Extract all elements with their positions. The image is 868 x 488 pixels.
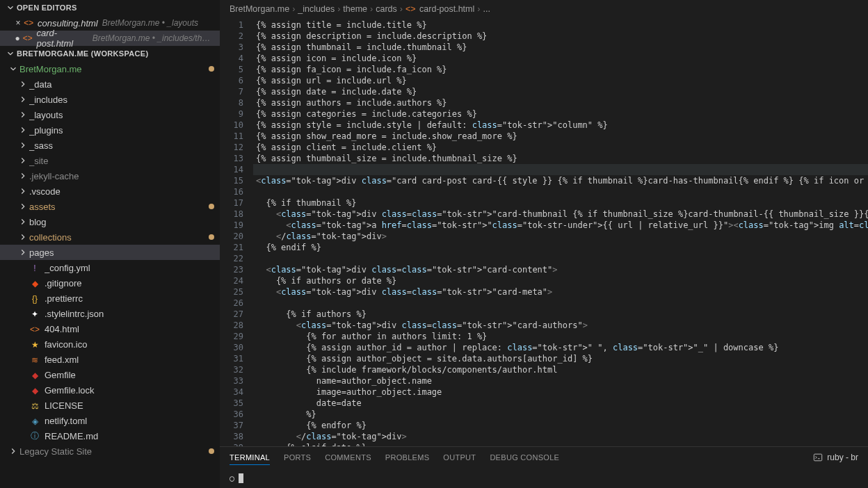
panel-tab-problems[interactable]: PROBLEMS bbox=[385, 453, 430, 462]
code-line[interactable]: <class="tok-tag">div class=class="tok-st… bbox=[253, 264, 868, 275]
code-line[interactable]: {% assign categories = include.categorie… bbox=[253, 108, 868, 120]
tree-folder[interactable]: assets bbox=[0, 199, 220, 214]
code-line[interactable]: {% assign show_read_more = include.show_… bbox=[253, 131, 868, 142]
terminal-body[interactable]: ○ bbox=[220, 468, 868, 488]
tree-item-label: _site bbox=[29, 156, 214, 166]
tree-file[interactable]: ★ favicon.ico bbox=[0, 336, 220, 352]
terminal-prompt-symbol: ○ bbox=[230, 473, 234, 483]
tree-folder[interactable]: collections bbox=[0, 229, 220, 245]
modified-dot-icon[interactable]: ● bbox=[13, 33, 22, 43]
file-icon: ◆ bbox=[29, 385, 40, 396]
tree-file[interactable]: ≋ feed.xml bbox=[0, 352, 220, 367]
code-line[interactable] bbox=[253, 298, 868, 309]
open-editor-item[interactable]: × <> consulting.html BretMorgan.me • _la… bbox=[0, 15, 220, 31]
code-line[interactable]: {% assign thumbnail_size = include.thumb… bbox=[253, 153, 868, 164]
code-line[interactable]: </class="tok-tag">div> bbox=[253, 431, 868, 442]
open-editor-item[interactable]: ● <> card-post.html BretMorgan.me • _inc… bbox=[0, 31, 220, 46]
modified-dot-icon bbox=[209, 448, 214, 454]
tree-folder[interactable]: _layouts bbox=[0, 107, 220, 122]
tree-folder[interactable]: _data bbox=[0, 76, 220, 92]
panel-tab-ports[interactable]: PORTS bbox=[284, 453, 311, 462]
code-line[interactable]: {% assign title = include.title %} bbox=[253, 19, 868, 31]
code-line[interactable]: <class="tok-tag">div class="card card-po… bbox=[253, 175, 868, 186]
tree-folder[interactable]: .vscode bbox=[0, 184, 220, 199]
tree-item-label: Gemfile.lock bbox=[45, 385, 214, 396]
tree-file[interactable]: ◆ .gitignore bbox=[0, 275, 220, 291]
tree-file[interactable]: ◆ Gemfile.lock bbox=[0, 382, 220, 398]
code-line[interactable]: {% assign style = include.style | defaul… bbox=[253, 120, 868, 131]
code-line[interactable]: {% assign icon = include.icon %} bbox=[253, 53, 868, 64]
tree-item-label: feed.xml bbox=[45, 355, 214, 365]
editor[interactable]: 1234567891011121314151617181920212223242… bbox=[220, 18, 868, 446]
code-line[interactable]: {% assign thumbnail = include.thumbnail … bbox=[253, 42, 868, 53]
code-line[interactable]: <class="tok-tag">div class=class="tok-st… bbox=[253, 320, 868, 331]
chevron-right-icon bbox=[18, 125, 28, 135]
code-line[interactable]: {% assign description = include.descript… bbox=[253, 31, 868, 42]
breadcrumbs[interactable]: BretMorgan.me›_includes›theme›cards›<> c… bbox=[220, 0, 868, 18]
code-line[interactable]: <class="tok-tag">a href=class="tok-str">… bbox=[253, 220, 868, 231]
code-line[interactable]: {% assign author_object = site.data.auth… bbox=[253, 353, 868, 364]
open-editors-header[interactable]: OPEN EDITORS bbox=[0, 0, 220, 15]
breadcrumb-item[interactable]: cards bbox=[376, 4, 397, 14]
panel-tab-comments[interactable]: COMMENTS bbox=[325, 453, 371, 462]
tree-file[interactable]: ◆ Gemfile bbox=[0, 367, 220, 382]
close-icon[interactable]: × bbox=[13, 18, 24, 28]
code-line[interactable]: {% assign url = include.url %} bbox=[253, 75, 868, 86]
code-line[interactable]: {% if thumbnail %} bbox=[253, 197, 868, 209]
panel-tab-debug-console[interactable]: DEBUG CONSOLE bbox=[490, 453, 559, 462]
code-line[interactable]: {% assign client = include.client %} bbox=[253, 142, 868, 153]
code-line[interactable]: <class="tok-tag">div class=class="tok-st… bbox=[253, 209, 868, 220]
breadcrumb-item[interactable]: _includes bbox=[298, 4, 335, 14]
tree-folder[interactable]: _includes bbox=[0, 92, 220, 107]
code-line[interactable]: {% for author in authors limit: 1 %} bbox=[253, 331, 868, 342]
tree-file[interactable]: ✦ .stylelintrc.json bbox=[0, 306, 220, 321]
workspace-header[interactable]: BRETMORGAN.ME (WORKSPACE) bbox=[0, 46, 220, 61]
code-line[interactable] bbox=[253, 253, 868, 264]
tree-file[interactable]: ⚖ LICENSE bbox=[0, 398, 220, 413]
tree-file[interactable]: ! _config.yml bbox=[0, 260, 220, 275]
html-file-icon: <> bbox=[24, 18, 33, 28]
code-line[interactable]: {% if authors %} bbox=[253, 309, 868, 320]
code-line[interactable]: image=author_object.image bbox=[253, 387, 868, 398]
tree-item-label: .gitignore bbox=[45, 278, 214, 288]
code-line[interactable]: <class="tok-tag">div class=class="tok-st… bbox=[253, 286, 868, 298]
code-area[interactable]: {% assign title = include.title %}{% ass… bbox=[253, 18, 868, 446]
code-line[interactable]: {% if authors or date %} bbox=[253, 275, 868, 286]
code-line[interactable]: {% endif %} bbox=[253, 242, 868, 253]
tree-folder[interactable]: pages bbox=[0, 245, 220, 260]
breadcrumb-item[interactable]: BretMorgan.me bbox=[230, 4, 289, 14]
tree-file[interactable]: {} .prettierrc bbox=[0, 291, 220, 306]
tree-file[interactable]: ◈ netlify.toml bbox=[0, 413, 220, 428]
chevron-right-icon bbox=[18, 156, 28, 165]
code-line[interactable]: {% assign author_id = author | replace: … bbox=[253, 342, 868, 353]
tree-folder[interactable]: Legacy Static Site bbox=[0, 444, 220, 459]
code-line[interactable]: {% assign authors = include.authors %} bbox=[253, 97, 868, 108]
code-line[interactable]: {% endfor %} bbox=[253, 420, 868, 431]
panel-tab-output[interactable]: OUTPUT bbox=[443, 453, 476, 462]
code-line[interactable] bbox=[253, 164, 868, 175]
tree-folder[interactable]: .jekyll-cache bbox=[0, 168, 220, 184]
tree-folder[interactable]: _plugins bbox=[0, 122, 220, 138]
tree-file[interactable]: <> 404.html bbox=[0, 321, 220, 336]
code-line[interactable]: %} bbox=[253, 409, 868, 420]
tree-folder[interactable]: _sass bbox=[0, 138, 220, 153]
tree-folder[interactable]: BretMorgan.me bbox=[0, 61, 220, 76]
breadcrumb-item[interactable]: <> card-post.html bbox=[405, 4, 474, 14]
tree-item-label: _includes bbox=[29, 95, 214, 105]
tree-folder[interactable]: _site bbox=[0, 153, 220, 168]
panel-shell-indicator[interactable]: ruby - br bbox=[813, 453, 858, 462]
code-line[interactable]: name=author_object.name bbox=[253, 375, 868, 387]
tree-file[interactable]: ⓘ README.md bbox=[0, 428, 220, 444]
workspace-label: BRETMORGAN.ME (WORKSPACE) bbox=[17, 49, 148, 58]
code-line[interactable]: </class="tok-tag">div> bbox=[253, 231, 868, 242]
breadcrumb-item[interactable]: ... bbox=[483, 4, 490, 14]
panel-tab-terminal[interactable]: TERMINAL bbox=[230, 453, 270, 465]
tree-folder[interactable]: blog bbox=[0, 214, 220, 229]
code-line[interactable]: {% assign fa_icon = include.fa_icon %} bbox=[253, 64, 868, 75]
code-line[interactable]: date=date bbox=[253, 398, 868, 409]
breadcrumb-item[interactable]: theme bbox=[343, 4, 367, 14]
chevron-right-icon bbox=[18, 202, 28, 211]
code-line[interactable] bbox=[253, 186, 868, 197]
code-line[interactable]: {% assign date = include.date %} bbox=[253, 86, 868, 97]
code-line[interactable]: {% include framework/blocks/components/a… bbox=[253, 364, 868, 375]
